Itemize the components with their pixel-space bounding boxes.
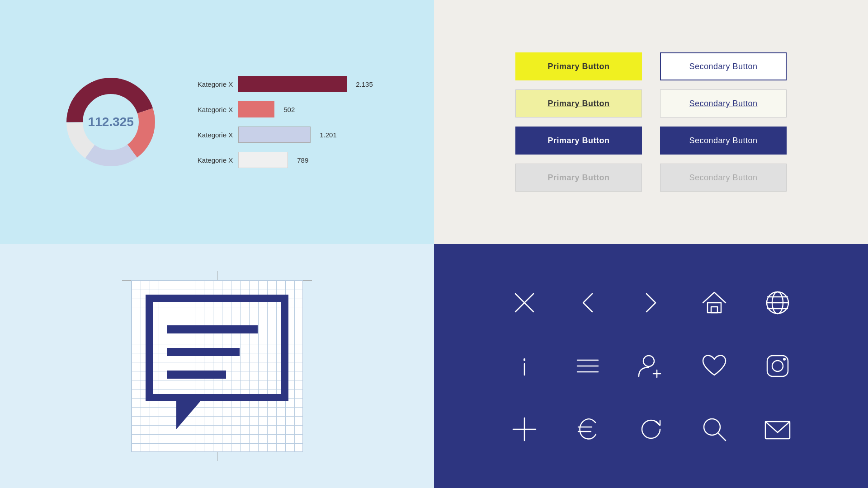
chevron-right-icon [633,285,669,321]
icon-design-section [0,244,434,488]
bar-track-1 [238,76,347,92]
bar-row-2: Kategorie X 502 [188,101,373,117]
bar-track-3 [238,127,311,143]
svg-point-34 [704,419,720,435]
bar-label-1: Kategorie X [188,80,233,88]
svg-marker-6 [176,398,203,429]
primary-button-yellow-light[interactable]: Primary Button [515,89,642,117]
heart-icon [696,348,732,384]
mail-icon [760,411,796,447]
bar-label-3: Kategorie X [188,131,233,139]
plus-icon [506,411,542,447]
button-row-2: Primary Button Secondary Button [515,89,787,117]
chevron-left-icon [570,285,606,321]
svg-rect-13 [711,307,717,313]
bar-value-2: 502 [283,106,295,113]
instagram-icon [760,348,796,384]
svg-rect-9 [167,371,226,379]
icon-design-area [122,271,312,461]
primary-button-disabled: Primary Button [515,164,642,192]
svg-point-24 [643,356,654,366]
secondary-button-navy[interactable]: Secondary Button [660,127,787,155]
primary-button-yellow[interactable]: Primary Button [515,52,642,80]
home-icon [696,285,732,321]
svg-point-28 [772,361,783,371]
secondary-button-outline[interactable]: Secondary Button [660,52,787,80]
bar-row-1: Kategorie X 2.135 [188,76,373,92]
donut-center-value: 112.325 [88,115,134,129]
bar-label-2: Kategorie X [188,106,233,113]
euro-icon [570,411,606,447]
secondary-button-disabled: Secondary Button [660,164,787,192]
globe-icon [760,285,796,321]
info-icon [506,348,542,384]
close-icon [506,285,542,321]
bar-value-3: 1.201 [320,131,337,139]
bar-track-2 [238,101,274,117]
button-row-4: Primary Button Secondary Button [515,164,787,192]
donut-chart: 112.325 [61,72,160,172]
secondary-button-outline-light[interactable]: Secondary Button [660,89,787,117]
icons-grid [497,276,805,456]
svg-rect-12 [708,303,721,313]
bar-fill-3 [238,127,311,143]
icons-section [434,244,868,488]
add-user-icon [633,348,669,384]
button-section: Primary Button Secondary Button Primary … [434,0,868,244]
bar-fill-4 [238,152,288,168]
bar-value-1: 2.135 [356,80,373,88]
svg-rect-8 [167,348,240,356]
svg-point-29 [783,358,786,361]
bar-chart: Kategorie X 2.135 Kategorie X 502 Katego… [188,76,373,168]
button-row-1: Primary Button Secondary Button [515,52,787,80]
primary-button-navy[interactable]: Primary Button [515,127,642,155]
bar-label-4: Kategorie X [188,156,233,164]
bar-value-4: 789 [297,156,308,164]
bar-track-4 [238,152,288,168]
search-icon [696,411,732,447]
svg-line-35 [718,433,726,441]
bar-fill-2 [238,101,274,117]
button-row-3: Primary Button Secondary Button [515,127,787,155]
bar-fill-1 [238,76,347,92]
chart-section: 112.325 Kategorie X 2.135 Kategorie X 50… [0,0,434,244]
bar-row-4: Kategorie X 789 [188,152,373,168]
svg-rect-7 [167,325,258,333]
menu-icon [570,348,606,384]
bar-row-3: Kategorie X 1.201 [188,127,373,143]
chat-bubble-icon [140,289,294,443]
refresh-icon [633,411,669,447]
